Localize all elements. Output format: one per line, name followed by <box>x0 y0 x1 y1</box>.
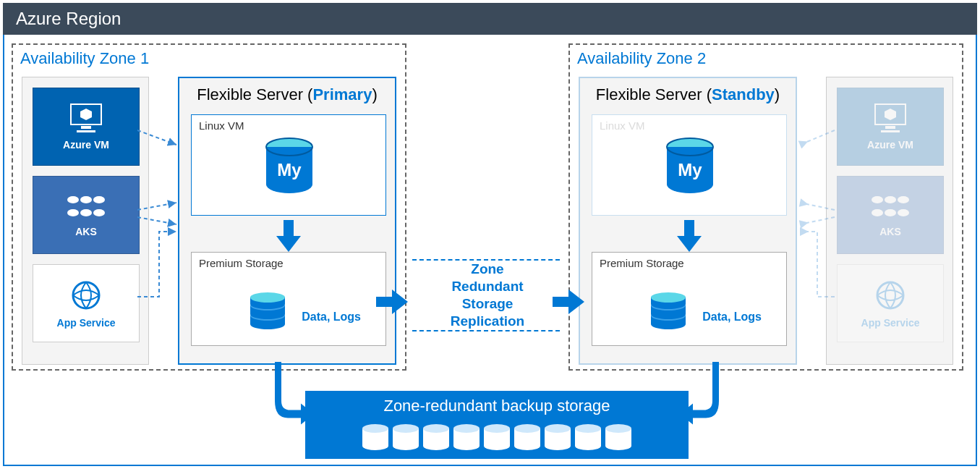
replication-label: Zone Redundant Storage Replication <box>422 261 553 330</box>
client-connectors-az1 <box>137 109 181 311</box>
arrow-down-icon <box>276 220 301 252</box>
app-service-card-faded: App Service <box>837 264 944 342</box>
svg-point-33 <box>651 292 686 303</box>
svg-point-55 <box>393 424 419 433</box>
globe-icon <box>873 278 908 313</box>
globe-icon <box>69 278 103 313</box>
disk-stack-icon-standby <box>649 292 688 334</box>
svg-point-8 <box>93 209 105 216</box>
svg-line-47 <box>800 130 835 145</box>
azure-vm-label: Azure VM <box>63 139 109 151</box>
svg-point-37 <box>872 196 883 203</box>
svg-point-73 <box>575 424 601 433</box>
linux-vm-label: Linux VM <box>199 119 244 132</box>
az2-clients-faded: Azure VM AKS App Service <box>826 77 953 365</box>
az1-title: Availability Zone 1 <box>20 49 149 68</box>
aks-card-faded: AKS <box>837 176 944 254</box>
svg-text:My: My <box>277 160 302 179</box>
az1-clients: Azure VM AKS App Service <box>22 77 149 365</box>
azure-vm-card-faded: Azure VM <box>837 88 944 166</box>
mysql-icon: My <box>260 137 318 195</box>
svg-text:My: My <box>678 160 702 179</box>
app-service-label-faded: App Service <box>861 317 920 329</box>
svg-line-44 <box>137 130 176 145</box>
monitor-icon <box>68 103 104 135</box>
aks-card: AKS <box>33 176 140 254</box>
arrow-down-icon-standby <box>677 220 702 252</box>
backup-title: Zone-redundant backup storage <box>305 397 689 415</box>
svg-rect-2 <box>77 130 95 132</box>
aks-icon <box>870 193 911 221</box>
client-connectors-az2 <box>796 109 839 311</box>
aks-label-faded: AKS <box>879 226 901 237</box>
flexible-server-primary: Flexible Server (Primary) Linux VM My Pr… <box>178 77 396 365</box>
availability-zone-2: Availability Zone 2 Flexible Server (Sta… <box>568 43 963 371</box>
azure-vm-card: Azure VM <box>33 88 140 166</box>
svg-point-40 <box>872 209 883 216</box>
svg-point-3 <box>67 196 79 203</box>
linux-vm-standby: Linux VM My <box>592 114 787 216</box>
svg-point-6 <box>67 209 79 216</box>
arrow-right-icon <box>376 290 408 314</box>
monitor-icon <box>872 103 908 135</box>
svg-point-38 <box>885 196 896 203</box>
backup-disks-icon <box>359 418 634 453</box>
premium-storage-standby: Premium Storage Data, Logs <box>592 252 787 346</box>
svg-point-52 <box>362 424 388 433</box>
server-standby-title: Flexible Server (Standby) <box>580 85 796 104</box>
svg-point-76 <box>605 424 631 433</box>
aks-icon <box>66 193 106 221</box>
linux-vm-primary: Linux VM My <box>191 114 386 216</box>
svg-line-46 <box>137 217 176 224</box>
svg-point-64 <box>484 424 510 433</box>
region-title: Azure Region <box>16 9 121 28</box>
svg-rect-35 <box>885 126 895 129</box>
app-service-label: App Service <box>57 317 116 329</box>
svg-point-43 <box>877 282 903 308</box>
data-logs-standby-label: Data, Logs <box>702 310 762 324</box>
aks-label: AKS <box>75 226 97 237</box>
svg-point-67 <box>514 424 540 433</box>
svg-rect-1 <box>81 126 91 129</box>
premium-storage-primary: Premium Storage Data, Logs <box>191 252 386 346</box>
app-service-card: App Service <box>33 264 140 342</box>
svg-point-21 <box>250 292 285 303</box>
disk-stack-icon <box>248 292 287 334</box>
arrow-right-icon-2 <box>553 290 584 314</box>
svg-point-39 <box>898 196 909 203</box>
svg-point-61 <box>453 424 480 433</box>
svg-point-70 <box>545 424 571 433</box>
linux-vm-standby-label: Linux VM <box>600 119 645 132</box>
az2-title: Availability Zone 2 <box>577 49 706 68</box>
premium-storage-label: Premium Storage <box>199 257 284 269</box>
svg-point-42 <box>898 209 909 216</box>
svg-point-5 <box>93 196 105 203</box>
flexible-server-standby: Flexible Server (Standby) Linux VM My Pr… <box>579 77 797 365</box>
svg-point-9 <box>73 282 99 308</box>
data-logs-label: Data, Logs <box>302 310 361 324</box>
backup-storage: Zone-redundant backup storage <box>305 391 689 459</box>
mysql-icon-standby: My <box>661 137 719 195</box>
server-primary-title: Flexible Server (Primary) <box>179 85 395 104</box>
availability-zone-1: Availability Zone 1 Azure VM AKS App Ser… <box>12 43 406 371</box>
svg-point-4 <box>80 196 92 203</box>
svg-rect-36 <box>881 130 900 132</box>
svg-line-49 <box>800 217 835 224</box>
backup-arrow-left <box>275 362 311 420</box>
svg-point-7 <box>80 209 92 216</box>
svg-line-45 <box>137 203 176 210</box>
region-header: Azure Region <box>3 3 977 35</box>
azure-vm-label-faded: Azure VM <box>867 139 913 151</box>
svg-point-58 <box>423 424 449 433</box>
premium-storage-standby-label: Premium Storage <box>600 257 684 269</box>
svg-line-48 <box>800 203 835 210</box>
svg-point-41 <box>885 209 896 216</box>
backup-arrow-right <box>680 362 723 420</box>
